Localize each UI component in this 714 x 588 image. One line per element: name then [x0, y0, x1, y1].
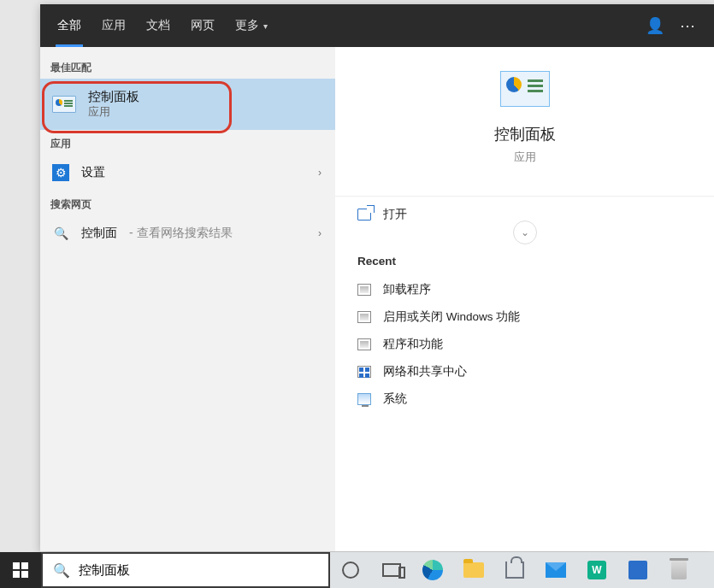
taskbar-app-edge[interactable] — [412, 560, 453, 580]
circle-icon — [342, 562, 359, 579]
recent-item-label: 启用或关闭 Windows 功能 — [383, 309, 520, 325]
action-open-label: 打开 — [383, 207, 407, 222]
recent-item[interactable]: 卸载程序 — [357, 276, 692, 303]
taskbar-app-wps[interactable]: W — [576, 561, 617, 579]
expand-actions-button[interactable]: ⌄ — [513, 220, 537, 244]
chevron-right-icon: › — [318, 167, 322, 179]
edge-icon — [422, 560, 443, 580]
best-match-title: 控制面板 — [88, 89, 139, 105]
preview-title: 控制面板 — [494, 124, 556, 144]
open-icon — [357, 209, 371, 220]
task-view-button[interactable] — [371, 563, 412, 577]
tab-apps[interactable]: 应用 — [91, 4, 136, 47]
tab-all[interactable]: 全部 — [47, 4, 91, 47]
windows-logo-icon — [13, 562, 28, 578]
recent-item-label: 系统 — [383, 391, 407, 407]
program-icon — [357, 311, 371, 323]
preview-sub: 应用 — [514, 150, 536, 165]
mail-icon — [546, 562, 566, 578]
trash-icon — [671, 561, 687, 579]
recent-item[interactable]: 网络和共享中心 — [357, 358, 692, 385]
program-icon — [357, 284, 371, 296]
best-match-label: 最佳匹配 — [40, 54, 335, 79]
task-view-icon — [382, 563, 401, 577]
preview-right-column: 控制面板 应用 打开 ⌄ Recent 卸载程序 启用或关闭 Windows 功… — [335, 47, 714, 551]
taskbar-app-mail[interactable] — [535, 562, 576, 578]
taskbar-app-generic[interactable] — [617, 561, 658, 579]
tab-more-label: 更多 — [235, 18, 259, 33]
taskbar-app-recycle[interactable] — [658, 561, 699, 579]
result-web-search[interactable]: 🔍 控制面 - 查看网络搜索结果 › — [40, 215, 335, 251]
store-icon — [505, 562, 524, 579]
start-button[interactable] — [0, 552, 41, 588]
recent-item[interactable]: 启用或关闭 Windows 功能 — [357, 303, 692, 331]
recent-item-label: 卸载程序 — [383, 282, 431, 297]
control-panel-large-icon — [500, 71, 550, 107]
tab-docs[interactable]: 文档 — [136, 4, 180, 47]
web-query-label: 控制面 — [81, 226, 117, 241]
taskbar: 🔍 W — [0, 552, 714, 588]
control-panel-icon — [52, 96, 76, 113]
web-section-label: 搜索网页 — [40, 191, 335, 215]
best-match-sub: 应用 — [88, 105, 139, 120]
result-settings[interactable]: ⚙ 设置 › — [40, 155, 335, 191]
web-query-suffix: - 查看网络搜索结果 — [129, 226, 233, 241]
recent-item[interactable]: 系统 — [357, 385, 692, 413]
apps-section-label: 应用 — [40, 130, 335, 155]
taskbar-app-store[interactable] — [494, 562, 535, 579]
feedback-icon[interactable]: 👤 — [646, 16, 664, 35]
search-icon: 🔍 — [52, 226, 69, 240]
recent-item-label: 网络和共享中心 — [383, 364, 467, 379]
search-results-panel: 全部 应用 文档 网页 更多 ▾ 👤 ⋯ 最佳匹配 控制面板 应用 应用 — [40, 4, 714, 551]
tab-more[interactable]: 更多 ▾ — [225, 4, 278, 47]
system-icon — [357, 393, 371, 405]
network-icon — [357, 366, 371, 378]
search-icon: 🔍 — [53, 562, 70, 579]
recent-item-label: 程序和功能 — [383, 337, 443, 352]
taskbar-search-input[interactable] — [79, 563, 318, 578]
wps-icon: W — [587, 561, 606, 579]
chevron-down-icon: ▾ — [263, 21, 268, 31]
best-match-item[interactable]: 控制面板 应用 — [40, 79, 335, 130]
folder-icon — [463, 562, 484, 578]
result-settings-label: 设置 — [81, 165, 105, 180]
taskbar-app-explorer[interactable] — [453, 562, 494, 578]
recent-item[interactable]: 程序和功能 — [357, 331, 692, 358]
chevron-right-icon: › — [318, 227, 322, 239]
more-options-icon[interactable]: ⋯ — [680, 16, 695, 35]
app-icon — [628, 561, 647, 579]
results-left-column: 最佳匹配 控制面板 应用 应用 ⚙ 设置 › 搜索网页 🔍 控制面 - 查看网络… — [40, 47, 335, 551]
taskbar-search-box[interactable]: 🔍 — [41, 552, 330, 588]
cortana-button[interactable] — [330, 562, 371, 579]
gear-icon: ⚙ — [52, 164, 69, 181]
tab-web[interactable]: 网页 — [180, 4, 225, 47]
recent-title: Recent — [357, 255, 692, 268]
program-icon — [357, 338, 371, 350]
tabs-bar: 全部 应用 文档 网页 更多 ▾ 👤 ⋯ — [40, 4, 714, 47]
